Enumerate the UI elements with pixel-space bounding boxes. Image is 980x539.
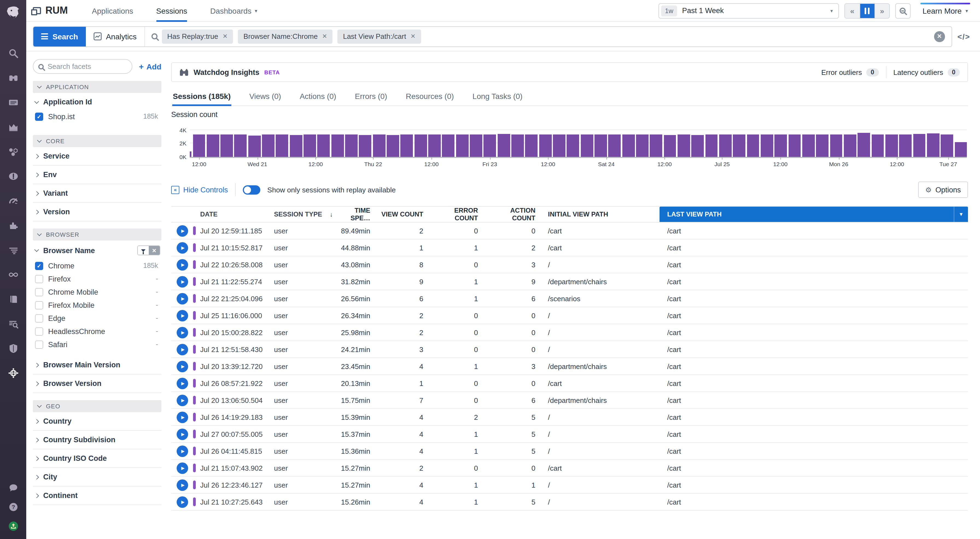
facet-option-shop.ist[interactable]: ✓Shop.ist185k	[35, 110, 160, 123]
metrics-chart-icon[interactable]	[8, 122, 18, 132]
ci-infinity-icon[interactable]	[8, 269, 18, 280]
hide-controls-button[interactable]: « Hide Controls	[171, 186, 228, 194]
chart-bar[interactable]	[650, 135, 663, 157]
facet-group-toggle[interactable]: Env	[35, 170, 160, 179]
play-replay-button[interactable]: ▶	[177, 496, 188, 507]
chart-bar[interactable]	[387, 135, 399, 157]
column-header-view-count[interactable]: VIEW COUNT	[374, 207, 431, 222]
scrub-forward-button[interactable]: »	[875, 3, 889, 18]
tab-long[interactable]: Long Tasks (0)	[472, 89, 523, 105]
facet-group-toggle[interactable]: Version	[35, 208, 160, 216]
facet-option-chrome-mobile[interactable]: Chrome Mobile-	[35, 285, 160, 299]
nav-item-sessions[interactable]: Sessions	[156, 0, 187, 22]
column-header-last-view-path[interactable]: LAST VIEW PATH ▼	[660, 207, 968, 222]
facet-option-firefox[interactable]: Firefox-	[35, 272, 160, 285]
chart-bar[interactable]	[262, 134, 275, 157]
filter-funnel-icon[interactable]	[138, 246, 149, 255]
security-shield-icon[interactable]	[8, 343, 18, 354]
checkbox-unchecked-icon[interactable]	[35, 288, 43, 296]
play-replay-button[interactable]: ▶	[177, 428, 188, 440]
table-row[interactable]: ▶Jul 20 13:06:50.504user15.75min706/depa…	[171, 392, 968, 409]
chart-bar[interactable]	[692, 135, 704, 157]
rum-globe-icon[interactable]	[8, 368, 18, 378]
play-replay-button[interactable]: ▶	[177, 479, 188, 491]
watchdog-binoculars-icon[interactable]	[8, 73, 18, 83]
chart-bar[interactable]	[373, 135, 385, 157]
column-header-date[interactable]: DATE	[200, 207, 270, 222]
chart-bar[interactable]	[788, 135, 801, 157]
play-replay-button[interactable]: ▶	[177, 445, 188, 457]
table-row[interactable]: ▶Jul 21 15:07:43.902user15.27min200/cart…	[171, 460, 968, 477]
incidents-alert-icon[interactable]	[8, 171, 18, 181]
chart-bar[interactable]	[317, 135, 330, 157]
facet-section-header-core[interactable]: CORE	[33, 135, 161, 147]
time-range-picker[interactable]: 1w Past 1 Week ▾	[659, 3, 839, 18]
facet-option-headlesschrome[interactable]: HeadlessChrome-	[35, 325, 160, 338]
chart-bar[interactable]	[539, 134, 552, 157]
chat-bubble-icon[interactable]	[8, 483, 18, 493]
tab-sessions[interactable]: Sessions (185k)	[172, 89, 231, 105]
chart-bar[interactable]	[622, 134, 635, 157]
tab-errors[interactable]: Errors (0)	[355, 89, 388, 105]
chart-bar[interactable]	[719, 135, 732, 157]
facet-section-header-application[interactable]: APPLICATION	[33, 81, 161, 93]
facet-group-toggle[interactable]: Browser Name✕	[35, 245, 160, 255]
facet-filter-pill[interactable]: ✕	[137, 245, 160, 255]
options-button[interactable]: ⚙ Options	[918, 181, 968, 198]
chart-bar[interactable]	[761, 135, 773, 157]
facet-option-firefox-mobile[interactable]: Firefox Mobile-	[35, 299, 160, 312]
table-row[interactable]: ▶Jul 21 12:51:58.430user24.21min300//car…	[171, 341, 968, 358]
chart-bar[interactable]	[456, 134, 468, 157]
chart-bar[interactable]	[442, 135, 455, 157]
column-header-initial-view-path[interactable]: INITIAL VIEW PATH	[542, 207, 660, 222]
chart-bar[interactable]	[511, 135, 524, 157]
learn-more-menu[interactable]: Learn More ▾	[920, 0, 970, 22]
remove-facet-filter-icon[interactable]: ✕	[149, 246, 160, 255]
chart-bar[interactable]	[415, 135, 427, 157]
chart-bar[interactable]	[705, 135, 718, 157]
search-filter-pill[interactable]: Has Replay:true✕	[162, 29, 233, 43]
query-code-toggle[interactable]: </>	[958, 32, 970, 41]
search-filter-pill[interactable]: Last View Path:/cart✕	[337, 29, 421, 43]
facet-group-toggle[interactable]: Application Id	[35, 98, 160, 106]
help-icon[interactable]: ?	[8, 502, 18, 512]
analytics-mode-button[interactable]: Analytics	[86, 27, 145, 46]
table-row[interactable]: ▶Jul 21 10:27:25.643user15.26min415//car…	[171, 494, 968, 510]
chart-bar[interactable]	[276, 135, 288, 157]
table-row[interactable]: ▶Jul 21 10:15:52.817user44.88min112/cart…	[171, 239, 968, 256]
checkbox-unchecked-icon[interactable]	[35, 340, 43, 348]
search-filter-pill[interactable]: Browser Name:Chrome✕	[238, 29, 332, 43]
chart-bar[interactable]	[567, 135, 579, 157]
table-row[interactable]: ▶Jul 20 15:00:28.822user25.98min200//car…	[171, 324, 968, 341]
chart-bar[interactable]	[830, 135, 842, 157]
chart-bar[interactable]	[775, 135, 787, 157]
facet-option-chrome[interactable]: ✓Chrome185k	[35, 259, 160, 272]
pause-button[interactable]	[860, 3, 875, 18]
chart-bar[interactable]	[401, 135, 413, 157]
table-row[interactable]: ▶Jul 26 12:23:46.127user15.27min411//car…	[171, 477, 968, 494]
play-replay-button[interactable]: ▶	[177, 242, 188, 253]
clear-search-button[interactable]: ✕	[934, 31, 945, 42]
column-header-action-count[interactable]: ACTION COUNT	[485, 207, 542, 222]
chart-bar[interactable]	[678, 135, 690, 157]
search-mode-button[interactable]: Search	[33, 27, 86, 46]
chart-bar[interactable]	[345, 134, 358, 157]
outlier-stat[interactable]: Latency outliers0	[893, 68, 960, 76]
replay-only-toggle[interactable]	[243, 185, 260, 194]
datadog-logo[interactable]	[0, 0, 26, 25]
table-row[interactable]: ▶Jul 22 10:26:58.008user43.08min803//car…	[171, 256, 968, 273]
column-header-time-spent[interactable]: ↓ TIME SPE…	[330, 207, 374, 222]
nav-item-applications[interactable]: Applications	[92, 0, 133, 22]
chart-bar[interactable]	[899, 134, 912, 157]
play-replay-button[interactable]: ▶	[177, 394, 188, 406]
facet-group-toggle[interactable]: Browser Version	[35, 379, 160, 388]
search-input[interactable]: Has Replay:true✕Browser Name:Chrome✕Last…	[145, 27, 951, 46]
remove-filter-icon[interactable]: ✕	[322, 33, 327, 40]
chart-bar[interactable]	[858, 133, 870, 157]
remove-filter-icon[interactable]: ✕	[410, 33, 415, 40]
chart-bar[interactable]	[581, 135, 593, 157]
table-row[interactable]: ▶Jul 26 08:57:21.922user20.13min100/cart…	[171, 375, 968, 392]
checkbox-checked-icon[interactable]: ✓	[35, 112, 43, 121]
search-icon[interactable]	[8, 48, 18, 59]
facet-section-header-geo[interactable]: GEO	[33, 400, 161, 412]
